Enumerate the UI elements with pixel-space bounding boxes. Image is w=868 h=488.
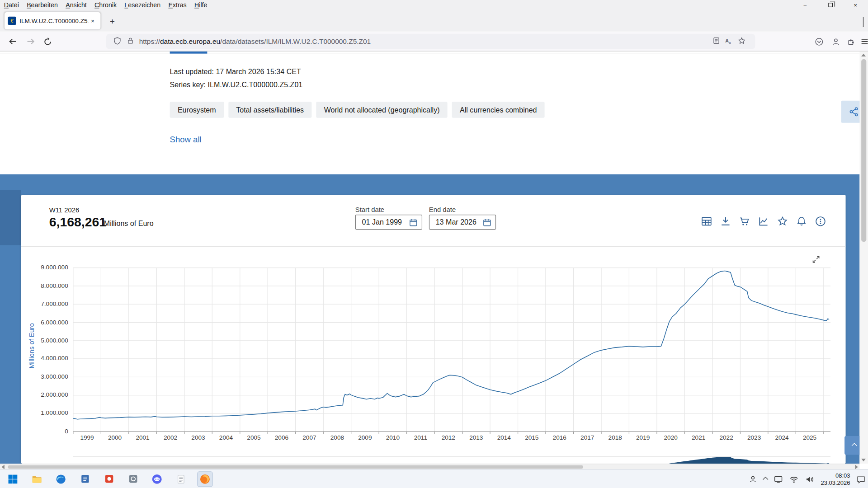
tray-person-icon[interactable] (749, 475, 758, 484)
basket-button[interactable] (738, 215, 750, 227)
window-controls: − × (793, 0, 868, 10)
tag-eurosystem[interactable]: Eurosystem (170, 102, 224, 118)
x-tick-label: 2025 (798, 434, 821, 441)
x-tick-label: 2008 (326, 434, 348, 441)
menu-datei[interactable]: Datei (0, 0, 23, 9)
forward-button[interactable] (24, 35, 38, 48)
band-accent (0, 190, 21, 245)
x-tick-label: 2005 (243, 434, 265, 441)
gray-app-icon[interactable] (126, 472, 140, 486)
start-date-input[interactable]: 01 Jan 1999 (355, 215, 422, 230)
end-date-input[interactable]: 13 Mar 2026 (429, 215, 496, 230)
time-series-chart[interactable] (73, 263, 830, 436)
horizontal-scroll-thumb[interactable] (8, 465, 583, 469)
firefox-icon[interactable] (198, 472, 212, 486)
start-button[interactable] (5, 472, 20, 486)
file-explorer-icon[interactable] (29, 472, 44, 486)
scroll-left-arrow[interactable] (2, 465, 5, 469)
minimize-button[interactable]: − (793, 0, 818, 10)
document-app-icon[interactable] (174, 472, 188, 486)
browser-tab[interactable]: € ILM.W.U2.C.T000000.Z5.Z01 | EC × (5, 12, 101, 29)
restore-button[interactable] (818, 0, 843, 10)
scroll-up-arrow[interactable] (861, 54, 866, 56)
clock-date: 23.03.2026 (821, 479, 850, 486)
x-tick-label: 2015 (521, 434, 543, 441)
menu-extras[interactable]: Extras (165, 0, 191, 9)
calendar-icon[interactable] (409, 218, 418, 228)
new-tab-button[interactable]: + (106, 15, 118, 27)
browser-tabbar: € ILM.W.U2.C.T000000.Z5.Z01 | EC × + (0, 10, 868, 32)
back-button[interactable] (5, 35, 20, 48)
chart-toolbar (700, 215, 826, 227)
data-table-button[interactable] (700, 215, 712, 227)
red-app-icon[interactable] (102, 472, 116, 486)
x-tick-label: 2000 (104, 434, 126, 441)
list-all-tabs-button[interactable] (863, 17, 863, 27)
horizontal-scrollbar[interactable] (0, 464, 859, 469)
notes-app-icon[interactable] (78, 472, 92, 486)
chart-navigator[interactable] (73, 456, 830, 464)
series-key-text: Series key: ILM.W.U2.C.T000000.Z5.Z01 (170, 81, 303, 89)
account-icon[interactable] (828, 34, 844, 49)
volume-icon[interactable] (805, 474, 815, 484)
x-tick-label: 2014 (493, 434, 515, 441)
menu-lesezeichen[interactable]: Lesezeichen (121, 0, 165, 9)
y-tick-label: 6.000.000 (31, 319, 68, 325)
close-button[interactable]: × (843, 0, 868, 10)
y-tick-label: 4.000.000 (31, 355, 68, 361)
notification-center-icon[interactable] (856, 474, 866, 484)
tag-total-assets[interactable]: Total assets/liabilities (228, 102, 312, 118)
discord-icon[interactable] (150, 472, 164, 486)
favourite-star-button[interactable] (776, 215, 788, 227)
network-icon[interactable] (789, 474, 799, 484)
translate-icon[interactable]: Aa (724, 36, 733, 47)
back-icon (8, 37, 18, 47)
reload-button[interactable] (40, 35, 55, 48)
hidden-icons-chevron[interactable] (764, 477, 768, 481)
vertical-scrollbar[interactable] (859, 52, 868, 464)
y-tick-label: 3.000.000 (31, 373, 68, 380)
shield-icon[interactable] (113, 36, 122, 47)
x-tick-label: 2003 (187, 434, 209, 441)
menu-ansicht[interactable]: Ansicht (62, 0, 91, 9)
vertical-scroll-thumb[interactable] (861, 59, 866, 242)
menu-hilfe[interactable]: Hilfe (190, 0, 211, 9)
tag-all-currencies[interactable]: All currencies combined (452, 102, 545, 118)
pocket-icon[interactable] (811, 34, 827, 49)
scroll-down-arrow[interactable] (861, 459, 866, 461)
calendar-icon[interactable] (482, 218, 491, 228)
firefox-window: Datei Bearbeiten Ansicht Chronik Lesezei… (0, 0, 868, 488)
start-date-label: Start date (355, 206, 384, 214)
compare-series-button[interactable] (757, 215, 769, 227)
x-tick-label: 2021 (687, 434, 709, 441)
x-tick-label: 2017 (576, 434, 599, 441)
display-icon[interactable] (774, 474, 783, 484)
app-menu-button[interactable] (857, 34, 868, 49)
lock-icon[interactable] (126, 37, 135, 47)
chevron-down-icon (863, 17, 863, 27)
svg-text:A: A (725, 38, 729, 43)
taskbar-clock[interactable]: 08:03 23.03.2026 (821, 472, 850, 486)
download-button[interactable] (719, 215, 731, 227)
scroll-right-arrow[interactable] (855, 465, 858, 469)
reader-mode-icon[interactable] (712, 37, 721, 47)
x-tick-label: 2013 (465, 434, 487, 441)
system-tray: 08:03 23.03.2026 (749, 470, 866, 488)
dimension-tags: Eurosystem Total assets/liabilities Worl… (170, 102, 545, 118)
svg-text:a: a (729, 41, 731, 45)
tag-world-not-allocated[interactable]: World not allocated (geographically) (316, 102, 448, 118)
menu-bearbeiten[interactable]: Bearbeiten (23, 0, 61, 9)
notification-bell-button[interactable] (795, 215, 807, 227)
bookmark-star-icon[interactable] (737, 36, 746, 47)
windows-logo-icon (8, 474, 18, 484)
menu-chronik[interactable]: Chronik (90, 0, 120, 9)
edge-browser-icon[interactable] (54, 472, 68, 486)
tab-close-icon[interactable]: × (88, 16, 97, 25)
more-options-button[interactable] (814, 215, 826, 227)
x-tick-label: 2019 (632, 434, 654, 441)
show-all-link[interactable]: Show all (170, 135, 202, 144)
browser-menubar: Datei Bearbeiten Ansicht Chronik Lesezei… (0, 0, 868, 10)
address-bar[interactable]: https://data.ecb.europa.eu/data/datasets… (106, 34, 755, 49)
browser-toolbar: https://data.ecb.europa.eu/data/datasets… (0, 32, 868, 52)
x-tick-label: 2001 (132, 434, 154, 441)
